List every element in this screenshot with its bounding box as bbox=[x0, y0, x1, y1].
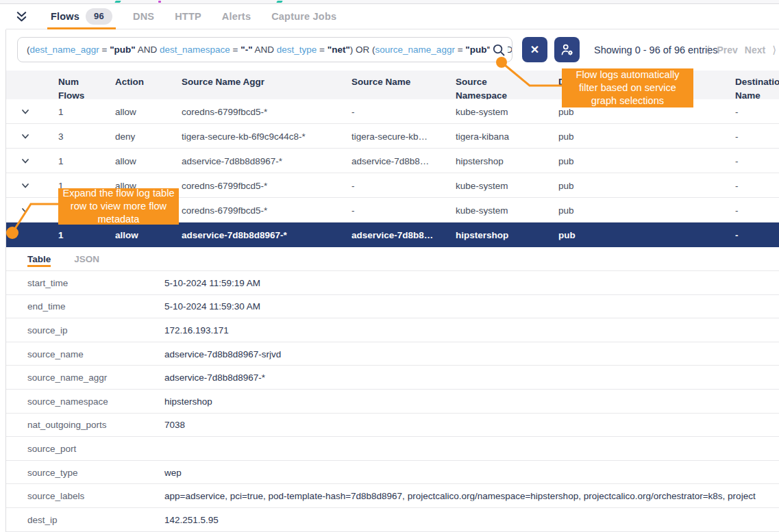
query-segment-plain: = bbox=[317, 45, 327, 55]
cell-source-name: adservice-7d8b8… bbox=[351, 230, 449, 240]
tab-http[interactable]: HTTP bbox=[164, 4, 212, 29]
filter-bar: (dest_name_aggr = "pub" AND dest_namespa… bbox=[6, 29, 779, 71]
query-segment-field: source_name_aggr bbox=[375, 45, 455, 55]
expand-row-chevron-icon[interactable] bbox=[21, 205, 30, 215]
detail-field-key: start_time bbox=[27, 277, 68, 288]
filter-query-text: (dest_name_aggr = "pub" AND dest_namespa… bbox=[18, 45, 512, 55]
cell-dest-name-aggr: pub bbox=[558, 106, 728, 116]
detail-field-row: source_ip 172.16.193.171 bbox=[6, 318, 779, 342]
collapse-panel-button[interactable] bbox=[15, 4, 28, 29]
detail-field-row: source_type wep bbox=[6, 461, 779, 485]
cell-source-name: - bbox=[351, 106, 449, 116]
detail-field-key: end_time bbox=[27, 301, 66, 312]
detail-field-key: source_labels bbox=[27, 491, 84, 501]
header-num-flows: Num Flows bbox=[58, 75, 91, 102]
detail-tabbar: Table JSON bbox=[6, 247, 779, 271]
tab-alerts[interactable]: Alerts bbox=[212, 4, 261, 29]
detail-field-row: start_time 5-10-2024 11:59:19 AM bbox=[6, 271, 779, 295]
graph-speck bbox=[114, 1, 121, 3]
header-action: Action bbox=[115, 75, 175, 89]
cell-action: allow bbox=[115, 230, 175, 240]
cell-source-name: - bbox=[351, 205, 449, 215]
query-segment-plain: = bbox=[99, 45, 110, 55]
detail-field-row: nat_outgoing_ports 7038 bbox=[6, 414, 779, 438]
detail-field-value: 172.16.193.171 bbox=[164, 325, 779, 335]
header-source-name: Source Name bbox=[351, 75, 449, 89]
detail-field-key: dest_ip bbox=[27, 514, 58, 524]
user-gear-icon bbox=[560, 42, 574, 57]
query-segment-plain: = bbox=[455, 45, 465, 55]
detail-field-value: wep bbox=[164, 467, 779, 477]
cell-source-namespace: hipstershop bbox=[456, 230, 552, 240]
detail-tab-json[interactable]: JSON bbox=[74, 247, 99, 270]
expand-callout-text: Expand the flow log table row to view mo… bbox=[62, 187, 175, 226]
cell-dest-name-aggr: pub bbox=[558, 155, 728, 166]
query-segment-value: "pub" bbox=[110, 45, 136, 55]
log-type-tabbar: Flows 96 DNS HTTP Alerts Capture Jobs bbox=[6, 4, 779, 29]
detail-field-row: source_name adservice-7d8b8d8967-srjvd bbox=[6, 342, 779, 366]
tab-dns[interactable]: DNS bbox=[123, 4, 164, 29]
flow-table-row[interactable]: 3 deny tigera-secure-kb-6f9c9c44c8-* tig… bbox=[6, 124, 779, 149]
cell-source-name-aggr: coredns-6799fbcd5-* bbox=[182, 205, 345, 215]
detail-field-key: nat_outgoing_ports bbox=[27, 420, 107, 430]
detail-tab-table[interactable]: Table bbox=[27, 247, 51, 270]
cell-source-namespace: kube-system bbox=[456, 205, 552, 215]
cell-action: allow bbox=[115, 155, 175, 166]
cell-action: deny bbox=[115, 131, 175, 141]
detail-tab-json-label: JSON bbox=[74, 254, 99, 264]
cell-dest-name-aggr: pub bbox=[558, 205, 728, 215]
expand-row-chevron-icon[interactable] bbox=[21, 156, 30, 166]
cell-source-name-aggr: coredns-6799fbcd5-* bbox=[182, 180, 345, 190]
detail-field-value: app=adservice, pci=true, pod-template-ha… bbox=[164, 491, 779, 501]
detail-field-row: source_namespace hipstershop bbox=[6, 390, 779, 414]
detail-field-value: 7038 bbox=[164, 420, 779, 430]
cell-source-name: adservice-7d8b8… bbox=[351, 155, 449, 166]
expand-callout-tooltip: Expand the flow log table row to view mo… bbox=[58, 188, 179, 225]
tab-http-label: HTTP bbox=[175, 11, 201, 22]
expand-row-chevron-icon[interactable] bbox=[21, 107, 30, 116]
query-segment-value: "net" bbox=[327, 45, 350, 55]
flow-table-row[interactable]: 1 allow adservice-7d8b8d8967-* adservice… bbox=[6, 223, 779, 247]
graph-speck bbox=[276, 1, 283, 3]
detail-field-row: source_labels app=adservice, pci=true, p… bbox=[6, 484, 779, 508]
cell-source-name-aggr: adservice-7d8b8d8967-* bbox=[182, 230, 345, 240]
detail-field-key: source_port bbox=[27, 443, 76, 453]
pagination: ⟨ Prev Next ⟩ bbox=[706, 29, 776, 71]
tab-flows[interactable]: Flows 96 bbox=[40, 4, 123, 29]
detail-field-key: source_name bbox=[27, 349, 84, 359]
query-segment-field: dest_type bbox=[277, 45, 317, 55]
cell-source-name: - bbox=[351, 180, 449, 190]
search-button[interactable] bbox=[490, 41, 508, 59]
query-segment-field: dest_name_aggr bbox=[30, 45, 99, 55]
detail-field-value: hipstershop bbox=[164, 396, 779, 406]
cell-source-name-aggr: tigera-secure-kb-6f9c9c44c8-* bbox=[182, 131, 345, 141]
detail-field-value: adservice-7d8b8d8967-* bbox=[164, 372, 779, 383]
query-segment-field: dest_namespace bbox=[160, 45, 230, 55]
query-segment-value: "pub" bbox=[465, 45, 491, 55]
filter-query-input[interactable]: (dest_name_aggr = "pub" AND dest_namespa… bbox=[17, 37, 512, 62]
detail-field-row: end_time 5-10-2024 11:59:30 AM bbox=[6, 295, 779, 319]
cell-num-flows: 1 bbox=[58, 230, 106, 240]
filter-callout-tooltip: Flow logs automatically filter based on … bbox=[562, 68, 693, 107]
detail-field-key: source_type bbox=[27, 467, 78, 477]
detail-field-value: adservice-7d8b8d8967-srjvd bbox=[164, 349, 779, 359]
cell-source-namespace: tigera-kibana bbox=[456, 131, 552, 141]
filter-callout-text: Flow logs automatically filter based on … bbox=[569, 68, 687, 107]
query-segment-plain: ) OR ( bbox=[350, 45, 375, 55]
prev-page-button[interactable]: Prev bbox=[717, 45, 737, 55]
detail-field-key: source_name_aggr bbox=[27, 372, 107, 383]
cell-dest-name-aggr: pub bbox=[558, 180, 728, 190]
cell-action: allow bbox=[115, 106, 175, 116]
tab-capture-jobs[interactable]: Capture Jobs bbox=[261, 4, 347, 29]
detail-field-row: dest_ip 142.251.5.95 bbox=[6, 508, 779, 532]
clear-filter-button[interactable]: ✕ bbox=[522, 37, 547, 62]
flow-table-row[interactable]: 1 allow adservice-7d8b8d8967-* adservice… bbox=[6, 149, 779, 173]
expand-row-chevron-icon[interactable] bbox=[21, 131, 30, 141]
cell-source-namespace: kube-system bbox=[456, 180, 552, 190]
expand-row-chevron-icon[interactable] bbox=[21, 181, 30, 190]
detail-field-row: source_port bbox=[6, 437, 779, 461]
cell-source-name: tigera-secure-kb… bbox=[351, 131, 449, 141]
next-page-button[interactable]: Next bbox=[745, 45, 765, 55]
user-settings-button[interactable] bbox=[554, 37, 580, 62]
double-chevron-down-icon bbox=[15, 10, 28, 23]
